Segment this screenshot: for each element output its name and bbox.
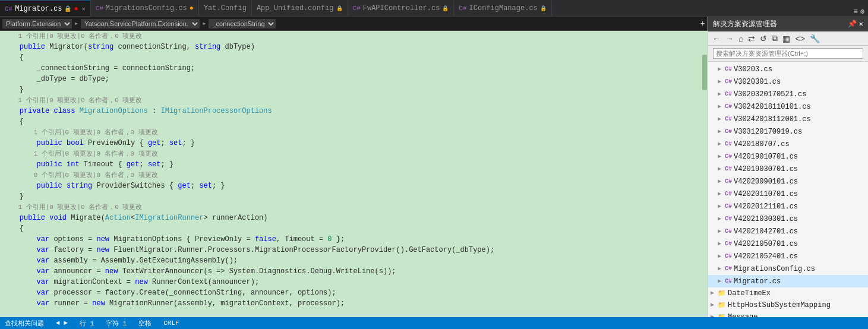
tree-item[interactable]: ▶📁HttpHostSubSystemMapping (708, 299, 868, 311)
tree-expand-icon[interactable]: ▶ (718, 89, 724, 100)
forward-btn[interactable]: → (724, 33, 736, 44)
tab-yat-config[interactable]: Yat.Config (199, 1, 252, 16)
tree-item[interactable]: ▶C#Migrator.cs (708, 275, 868, 287)
tree-expand-icon[interactable]: ▶ (718, 239, 724, 249)
cs-file-icon: C# (725, 113, 732, 125)
tree-item[interactable]: ▶C#V30203.cs (708, 63, 868, 75)
refresh-btn[interactable]: ↺ (758, 33, 769, 44)
lock-icon-iconfig: 🔒 (540, 5, 547, 12)
tab-fw-api[interactable]: C# FwAPIController.cs 🔒 (348, 1, 454, 16)
tree-expand-icon[interactable]: ▶ (718, 251, 724, 262)
cs-file-icon: C# (725, 88, 732, 100)
status-row: 行 1 (80, 319, 94, 328)
tree-item[interactable]: ▶C#V3020301.cs (708, 75, 868, 88)
tree-expand-icon[interactable]: ▶ (711, 312, 717, 317)
status-problem[interactable]: 查找相关问题 (5, 319, 44, 328)
tree-item[interactable]: ▶C#V30242018112001.cs (708, 113, 868, 125)
tree-item[interactable]: ▶C#V42019030701.cs (708, 163, 868, 175)
code-editor[interactable]: 1 个引用|0 项更改|0 名作者，0 项更改 public Migrator(… (0, 31, 702, 317)
tree-item[interactable]: ▶C#V3020320170521.cs (708, 88, 868, 100)
tree-expand-icon[interactable]: ▶ (718, 64, 724, 75)
tree-expand-icon[interactable]: ▶ (718, 164, 724, 175)
tree-expand-icon[interactable]: ▶ (711, 300, 717, 311)
scrollbar-thumb[interactable] (702, 55, 707, 90)
tree-item-label: V303120170919.cs (734, 126, 802, 137)
tab-icon-iconfig: C# (459, 5, 466, 12)
tree-item-label: V42019030701.cs (734, 164, 798, 175)
tree-item[interactable]: ▶C#V42020090101.cs (708, 175, 868, 188)
tree-expand-icon[interactable]: ▶ (718, 77, 724, 87)
tree-item[interactable]: ▶📁DateTimeEx (708, 287, 868, 299)
cs-file-icon: C# (725, 188, 732, 200)
tree-item[interactable]: ▶C#V42021050701.cs (708, 238, 868, 250)
editor-container[interactable]: 1 个引用|0 项更改|0 名作者，0 项更改 public Migrator(… (0, 31, 708, 317)
status-col: 字符 1 (106, 319, 127, 328)
breadcrumb-middle[interactable]: Yatsoon.ServicePlatform.Extension.Databa… (81, 19, 200, 29)
tree-expand-icon[interactable]: ▶ (718, 176, 724, 187)
tools-btn[interactable]: 🔧 (808, 33, 822, 44)
tree-expand-icon[interactable]: ▶ (711, 288, 717, 299)
tree-item-label: V30242018110101.cs (734, 102, 811, 112)
tree-item-label: V30242018112001.cs (734, 114, 811, 125)
breadcrumb-bar: Platform.Extension ▸ Yatsoon.ServicePlat… (0, 17, 708, 31)
tree-expand-icon[interactable]: ▶ (718, 201, 724, 212)
settings-icon[interactable]: ⚙ (860, 7, 864, 16)
overflow-icon[interactable]: ≡ (854, 8, 858, 16)
breadcrumb-right[interactable]: _connectionString (209, 19, 276, 29)
tree-item[interactable]: ▶C#V42021042701.cs (708, 225, 868, 238)
code-area: Platform.Extension ▸ Yatsoon.ServicePlat… (0, 17, 708, 317)
folder-icon: 📁 (718, 300, 726, 311)
cs-file-icon: C# (725, 126, 732, 137)
status-arrow: ◄ ► (56, 319, 68, 327)
solution-search-input[interactable] (713, 48, 863, 59)
tree-expand-icon[interactable]: ▶ (718, 114, 724, 125)
tree-item[interactable]: ▶C#V42021030301.cs (708, 213, 868, 225)
tree-expand-icon[interactable]: ▶ (718, 139, 724, 150)
tree-item[interactable]: ▶C#V303120170919.cs (708, 125, 868, 138)
tree-expand-icon[interactable]: ▶ (718, 264, 724, 274)
tree-item-label: DateTimeEx (728, 288, 771, 299)
tab-iconfig[interactable]: C# IConfigManage.cs 🔒 (454, 1, 551, 16)
tree-expand-icon[interactable]: ▶ (718, 226, 724, 237)
tree-item[interactable]: ▶C#MigrationsConfig.cs (708, 262, 868, 275)
copy-btn[interactable]: ⧉ (770, 33, 779, 44)
tree-expand-icon[interactable]: ▶ (718, 276, 724, 287)
tree-item-label: HttpHostSubSystemMapping (728, 300, 831, 311)
tree-item-label: V30203.cs (734, 64, 772, 75)
tree-item[interactable]: ▶C#V30242018110101.cs (708, 100, 868, 113)
tab-app-unified[interactable]: App_Unified.config 🔒 (252, 1, 348, 16)
close-btn-migrator[interactable]: ✕ (82, 5, 86, 12)
tree-expand-icon[interactable]: ▶ (718, 126, 724, 137)
lock-icon-app: 🔒 (336, 5, 343, 12)
code-btn[interactable]: <> (793, 33, 806, 44)
tree-expand-icon[interactable]: ▶ (718, 189, 724, 200)
close-panel-icon[interactable]: ✕ (859, 20, 863, 29)
tree-item[interactable]: ▶C#V42020121101.cs (708, 200, 868, 213)
tree-item[interactable]: ▶C#V420180707.cs (708, 138, 868, 150)
tab-label-migrator: Migrator.cs (15, 5, 62, 13)
cs-file-icon: C# (725, 263, 732, 274)
lock-icon-fw: 🔒 (442, 5, 449, 12)
tree-expand-icon[interactable]: ▶ (718, 151, 724, 162)
breadcrumb-add-btn[interactable]: + (700, 19, 705, 29)
sync-btn[interactable]: ⇄ (746, 33, 757, 44)
tree-item[interactable]: ▶C#V42021052401.cs (708, 250, 868, 262)
home-btn[interactable]: ⌂ (737, 33, 745, 44)
tab-migrator[interactable]: C# Migrator.cs 🔒 ● ✕ (0, 1, 91, 16)
breadcrumb-left[interactable]: Platform.Extension (2, 19, 72, 29)
status-eol: CRLF (163, 319, 179, 327)
tree-expand-icon[interactable]: ▶ (718, 102, 724, 112)
tree-expand-icon[interactable]: ▶ (718, 214, 724, 224)
cs-file-icon: C# (725, 138, 732, 150)
editor-toolbar: ≡ ⚙ (850, 7, 868, 16)
header-buttons: 📌 ✕ (848, 20, 863, 29)
scrollbar-track[interactable] (702, 31, 708, 317)
tree-item[interactable]: ▶📁Message (708, 311, 868, 317)
tree-item[interactable]: ▶C#V42019010701.cs (708, 150, 868, 163)
tree-item-label: Message (728, 312, 757, 317)
view-btn[interactable]: ▦ (781, 33, 792, 44)
tree-item[interactable]: ▶C#V42020110701.cs (708, 188, 868, 200)
back-btn[interactable]: ← (711, 33, 722, 44)
pin-icon[interactable]: 📌 (848, 20, 857, 29)
tab-migrations-config[interactable]: C# MigrationsConfig.cs ● (91, 1, 199, 16)
